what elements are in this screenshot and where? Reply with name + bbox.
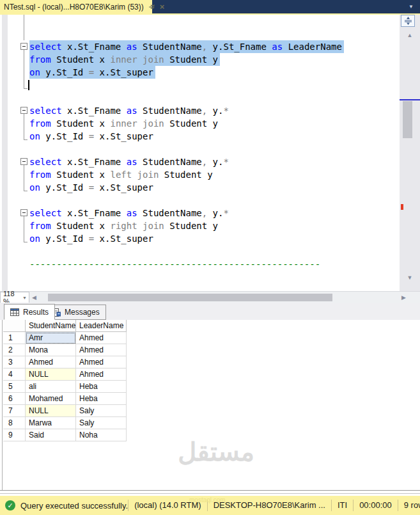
- leader-name-cell[interactable]: Ahmed: [76, 356, 127, 368]
- collapse-minus-icon[interactable]: [20, 209, 27, 216]
- student-name-cell[interactable]: NULL: [26, 405, 76, 417]
- document-tab-bar: NTest.sql - (local)...H8O70E8\Karim (53)…: [0, 0, 420, 13]
- student-name-cell[interactable]: Mona: [26, 344, 76, 356]
- row-number-cell[interactable]: 3: [3, 356, 26, 368]
- code-token: StudentName: [143, 157, 202, 167]
- row-number-cell[interactable]: 2: [3, 344, 26, 356]
- selected-code-text: on y.St_Id = x.St_super: [29, 66, 155, 79]
- code-line[interactable]: [0, 194, 400, 207]
- code-line[interactable]: [0, 79, 400, 91]
- code-line[interactable]: select x.St_Fname as StudentName, y.*: [0, 155, 400, 168]
- pane-separator-line-2: [0, 493, 420, 494]
- code-token: as: [127, 106, 143, 116]
- close-icon[interactable]: ×: [160, 3, 165, 10]
- scroll-up-icon[interactable]: ▲: [400, 32, 420, 38]
- fold-line: [24, 168, 24, 181]
- horizontal-scroll-thumb[interactable]: [48, 294, 332, 301]
- leader-name-cell[interactable]: Ahmed: [76, 344, 127, 356]
- code-token: ,: [202, 157, 213, 167]
- scroll-left-icon[interactable]: ◀: [32, 294, 36, 301]
- table-row: 6MohamedHeba: [3, 393, 127, 405]
- code-token: y.: [213, 157, 224, 167]
- student-name-cell[interactable]: Marwa: [26, 417, 76, 429]
- collapse-minus-icon[interactable]: [20, 158, 27, 165]
- status-message: Query executed successfully.: [20, 501, 128, 511]
- code-text: select x.St_Fname as StudentName, y.*: [29, 104, 229, 117]
- scroll-down-icon[interactable]: ▼: [400, 274, 420, 281]
- code-token: select: [29, 157, 67, 167]
- document-tab[interactable]: NTest.sql - (local)...H8O70E8\Karim (53)…: [0, 0, 152, 13]
- code-token: as: [272, 42, 288, 52]
- code-token: x.St_super: [100, 234, 153, 244]
- code-line[interactable]: ----------------------------------------…: [0, 258, 400, 271]
- code-text: on y.St_Id = x.St_super: [29, 232, 153, 245]
- leader-name-cell[interactable]: Ahmed: [76, 332, 127, 344]
- row-number-cell[interactable]: 7: [3, 405, 26, 417]
- code-line[interactable]: [0, 245, 400, 258]
- grid-column-header[interactable]: LeaderName: [76, 320, 127, 332]
- code-line[interactable]: from Student x inner join Student y: [0, 53, 400, 66]
- row-number-cell[interactable]: 1: [3, 332, 26, 344]
- code-line[interactable]: from Student x inner join Student y: [0, 117, 400, 130]
- editor-vertical-scrollbar[interactable]: ▲ ▼: [400, 15, 420, 291]
- leader-name-cell[interactable]: Ahmed: [76, 368, 127, 381]
- student-name-cell[interactable]: ali: [26, 381, 76, 393]
- code-line[interactable]: select x.St_Fname as StudentName, y.*: [0, 104, 400, 117]
- student-name-cell[interactable]: Said: [26, 429, 76, 441]
- sql-editor[interactable]: select x.St_Fname as StudentName, y.St_F…: [0, 15, 420, 291]
- code-line[interactable]: [0, 28, 400, 40]
- row-number-cell[interactable]: 6: [3, 393, 26, 405]
- pin-icon[interactable]: [148, 3, 155, 10]
- row-number-cell[interactable]: 9: [3, 429, 26, 441]
- minus-glyph: [22, 161, 26, 162]
- grid-corner-cell[interactable]: [3, 320, 26, 332]
- grid-column-header[interactable]: StudentName: [26, 320, 76, 332]
- tab-list-chevron-down-icon[interactable]: ▼: [408, 4, 414, 10]
- student-name-cell[interactable]: NULL: [26, 368, 76, 381]
- code-area[interactable]: select x.St_Fname as StudentName, y.St_F…: [0, 15, 400, 291]
- student-name-cell[interactable]: Mohamed: [26, 393, 76, 405]
- leader-name-cell[interactable]: Heba: [76, 381, 127, 393]
- code-line[interactable]: [0, 143, 400, 155]
- code-token: Student y: [169, 54, 218, 65]
- table-row: 5aliHeba: [3, 381, 127, 393]
- collapse-minus-icon[interactable]: [20, 107, 27, 114]
- row-number-cell[interactable]: 8: [3, 417, 26, 429]
- code-line[interactable]: from Student x left join Student y: [0, 168, 400, 181]
- zoom-level-combo[interactable]: 118 % ▼: [0, 292, 29, 303]
- code-token: left join: [110, 170, 164, 180]
- code-line[interactable]: on y.St_Id = x.St_super: [0, 130, 400, 143]
- code-token: y.: [213, 106, 224, 116]
- code-line[interactable]: on y.St_Id = x.St_super: [0, 66, 400, 79]
- code-line[interactable]: select x.St_Fname as StudentName, y.*: [0, 207, 400, 219]
- tab-results[interactable]: Results: [4, 304, 55, 320]
- code-token: inner join: [110, 54, 169, 65]
- code-line[interactable]: [0, 91, 400, 104]
- leader-name-cell[interactable]: Heba: [76, 393, 127, 405]
- student-name-cell[interactable]: Amr: [26, 332, 76, 344]
- row-number-cell[interactable]: 4: [3, 368, 26, 381]
- code-line[interactable]: [0, 15, 400, 28]
- collapse-minus-icon[interactable]: [20, 43, 27, 50]
- selected-code-text: select x.St_Fname as StudentName, y.St_F…: [29, 40, 344, 53]
- code-line[interactable]: select x.St_Fname as StudentName, y.St_F…: [0, 40, 400, 53]
- leader-name-cell[interactable]: Noha: [76, 429, 127, 441]
- vertical-scroll-thumb[interactable]: [403, 101, 412, 138]
- code-token: from: [29, 54, 56, 65]
- code-text: ----------------------------------------…: [29, 258, 320, 271]
- scrollbar-error-mark: [401, 204, 403, 210]
- table-row: 7NULLSaly: [3, 405, 127, 417]
- code-line[interactable]: from Student x right join Student y: [0, 219, 400, 232]
- tab-messages[interactable]: Messages: [46, 305, 106, 320]
- leader-name-cell[interactable]: Saly: [76, 405, 127, 417]
- student-name-cell[interactable]: Ahmed: [26, 356, 76, 368]
- code-token: ,: [202, 42, 213, 52]
- results-grid[interactable]: StudentNameLeaderName1AmrAhmed2MonaAhmed…: [3, 320, 127, 441]
- splitter-button[interactable]: [401, 15, 415, 27]
- code-line[interactable]: on y.St_Id = x.St_super: [0, 181, 400, 194]
- scroll-right-icon[interactable]: ▶: [401, 294, 406, 301]
- code-line[interactable]: on y.St_Id = x.St_super: [0, 232, 400, 245]
- leader-name-cell[interactable]: Saly: [76, 417, 127, 429]
- code-token: on: [29, 67, 45, 77]
- row-number-cell[interactable]: 5: [3, 381, 26, 393]
